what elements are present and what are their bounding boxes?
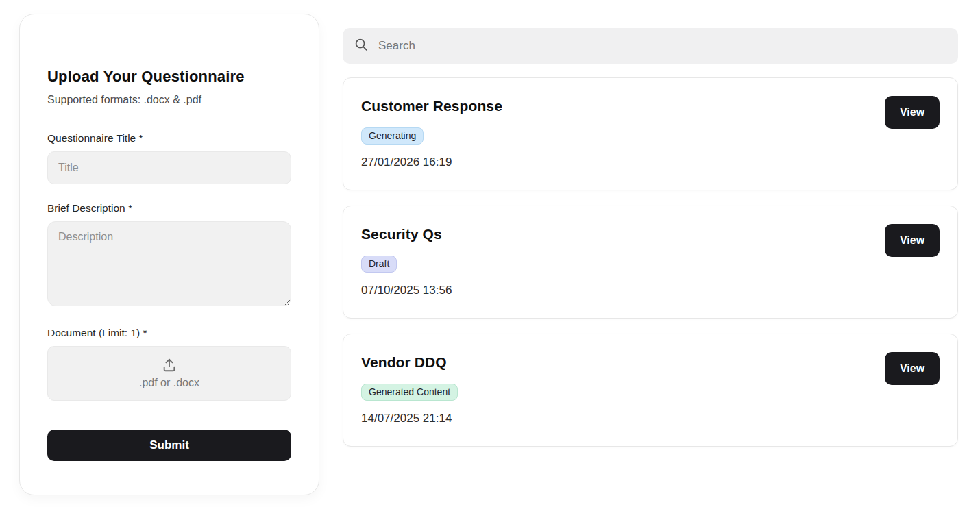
brief-description-label: Brief Description * xyxy=(47,202,291,214)
view-button[interactable]: View xyxy=(885,224,940,257)
questionnaire-list-section: Customer Response Generating 27/01/2026 … xyxy=(343,28,958,447)
status-badge: Draft xyxy=(361,256,397,273)
search-icon xyxy=(354,37,369,55)
view-button[interactable]: View xyxy=(885,96,940,129)
card-timestamp: 27/01/2026 16:19 xyxy=(361,156,940,169)
supported-formats-text: Supported formats: .docx & .pdf xyxy=(47,94,291,106)
search-bar xyxy=(343,28,958,64)
status-badge: Generating xyxy=(361,127,424,145)
document-label: Document (Limit: 1) * xyxy=(47,327,291,339)
card-title: Vendor DDQ xyxy=(361,354,940,371)
search-input[interactable] xyxy=(377,38,947,53)
questionnaire-card: Security Qs Draft 07/10/2025 13:56 View xyxy=(343,206,958,319)
upload-icon xyxy=(162,358,177,373)
view-button[interactable]: View xyxy=(885,352,940,385)
card-title: Security Qs xyxy=(361,226,940,243)
document-dropzone[interactable]: .pdf or .docx xyxy=(47,346,291,401)
questionnaire-title-label: Questionnaire Title * xyxy=(47,132,291,145)
card-title: Customer Response xyxy=(361,98,940,114)
questionnaire-card: Vendor DDQ Generated Content 14/07/2025 … xyxy=(343,334,958,447)
card-timestamp: 07/10/2025 13:56 xyxy=(361,284,940,297)
card-timestamp: 14/07/2025 21:14 xyxy=(361,412,940,425)
upload-questionnaire-panel: Upload Your Questionnaire Supported form… xyxy=(19,14,319,495)
status-badge: Generated Content xyxy=(361,384,458,401)
submit-button[interactable]: Submit xyxy=(47,430,291,461)
brief-description-textarea[interactable] xyxy=(47,221,291,306)
dropzone-hint: .pdf or .docx xyxy=(139,377,199,389)
form-title: Upload Your Questionnaire xyxy=(47,68,291,86)
questionnaire-title-input[interactable] xyxy=(47,151,291,184)
card-list: Customer Response Generating 27/01/2026 … xyxy=(343,77,958,447)
questionnaire-card: Customer Response Generating 27/01/2026 … xyxy=(343,77,958,190)
